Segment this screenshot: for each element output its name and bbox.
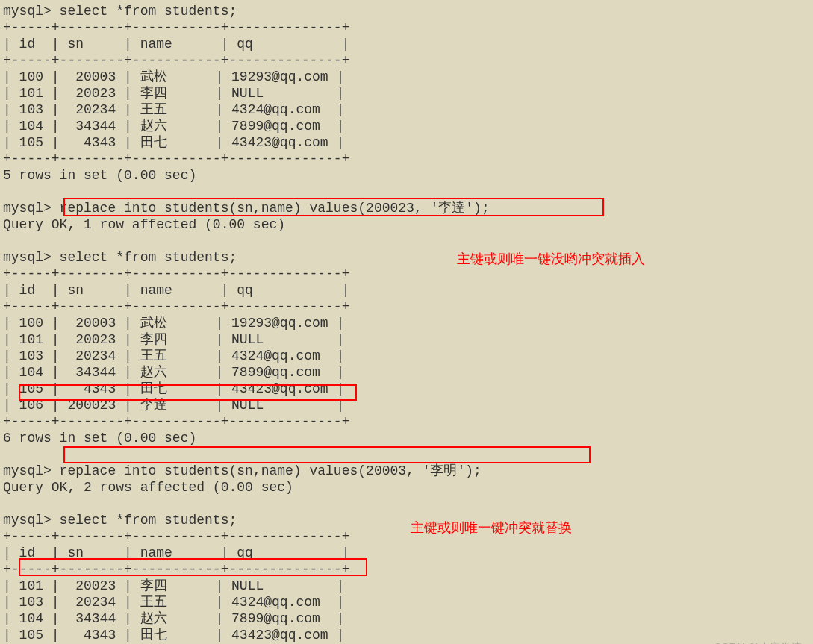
highlight-box-replace2	[63, 446, 591, 463]
annotation-insert: 主键或则唯一键没哟冲突就插入	[457, 251, 645, 267]
annotation-replace: 主键或则唯一键冲突就替换	[411, 519, 572, 536]
highlight-box-row101	[19, 558, 367, 576]
highlight-box-row106	[19, 384, 357, 401]
highlight-box-replace1	[63, 198, 604, 216]
terminal-text: mysql> select *from students; +-----+---…	[3, 3, 810, 644]
terminal-output: 主键或则唯一键没哟冲突就插入 主键或则唯一键冲突就替换 mysql> selec…	[3, 3, 810, 644]
watermark: CSDN @小唐学渣	[714, 639, 803, 644]
